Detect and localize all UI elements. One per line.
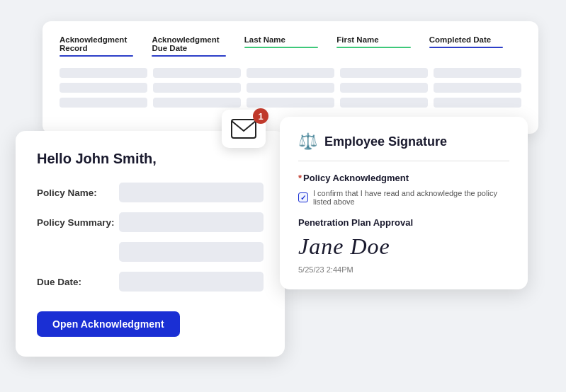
required-asterisk: * (298, 173, 302, 183)
open-acknowledgment-button[interactable]: Open Acknowledgment (37, 311, 180, 337)
due-date-label: Due Date: (37, 277, 115, 287)
table-row (60, 83, 521, 93)
svg-rect-0 (232, 120, 256, 138)
due-date-input[interactable] (119, 272, 264, 292)
table-cell (60, 68, 147, 78)
due-date-field: Due Date: (37, 272, 264, 292)
col-acknowledgment-record: Acknowledgment Record (60, 35, 152, 61)
table-cell (340, 98, 428, 108)
table-cell (340, 68, 428, 78)
table-cell (153, 68, 241, 78)
table-cell (153, 83, 241, 93)
email-icon-wrap[interactable]: 1 (222, 110, 266, 148)
email-icon (231, 119, 256, 139)
signature-date: 5/25/23 2:44PM (298, 265, 509, 274)
sig-card-title: Employee Signature (324, 134, 447, 149)
policy-name-label: Policy Name: (37, 188, 115, 198)
table-cell (340, 83, 428, 93)
email-greeting: Hello John Smith, (37, 151, 264, 167)
signature-icon: ⚖️ (298, 132, 317, 151)
employee-signature-card: ⚖️ Employee Signature *Policy Acknowledg… (280, 117, 528, 289)
email-badge-count: 1 (253, 108, 268, 124)
table-row (60, 98, 521, 108)
policy-summary-input-2[interactable] (119, 242, 264, 262)
policy-acknowledgment-label: *Policy Acknowledgment (298, 173, 509, 183)
col-underline-completed (429, 47, 503, 48)
policy-checkbox[interactable]: ✓ (298, 192, 308, 202)
policy-checkbox-row[interactable]: ✓ I confirm that I have read and acknowl… (298, 189, 509, 206)
policy-checkbox-label: I confirm that I have read and acknowled… (313, 189, 509, 206)
table-cell (60, 83, 147, 93)
col-underline-first-name (336, 47, 410, 48)
table-row (60, 68, 521, 78)
employee-signature: Jane Doe (298, 234, 509, 260)
policy-summary-field: Policy Summary: (37, 212, 264, 232)
table-cell (434, 68, 521, 78)
table-cell (60, 98, 147, 108)
col-first-name: First Name (336, 35, 429, 52)
col-underline-due-date (152, 55, 225, 57)
col-underline-record (60, 55, 133, 57)
approval-section-label: Penetration Plan Approval (298, 217, 509, 228)
policy-name-input[interactable] (119, 183, 264, 202)
table-cell (247, 83, 334, 93)
col-underline-last-name (244, 47, 318, 48)
table-cell (434, 83, 521, 93)
policy-summary-input[interactable] (119, 212, 264, 232)
policy-summary-second-row (37, 242, 264, 262)
sig-card-header: ⚖️ Employee Signature (298, 132, 509, 161)
table-header-row: Acknowledgment Record Acknowledgment Due… (60, 35, 521, 61)
email-notification-badge[interactable]: 1 (220, 105, 268, 153)
policy-summary-label: Policy Summary: (37, 217, 115, 228)
table-cell (247, 68, 334, 78)
col-last-name: Last Name (244, 35, 336, 52)
check-mark: ✓ (300, 194, 306, 202)
email-card: Hello John Smith, Policy Name: Policy Su… (16, 131, 285, 357)
table-cell (434, 98, 521, 108)
col-completed-date: Completed Date (429, 35, 521, 52)
policy-name-field: Policy Name: (37, 183, 264, 202)
col-due-date: Acknowledgment Due Date (152, 35, 244, 61)
